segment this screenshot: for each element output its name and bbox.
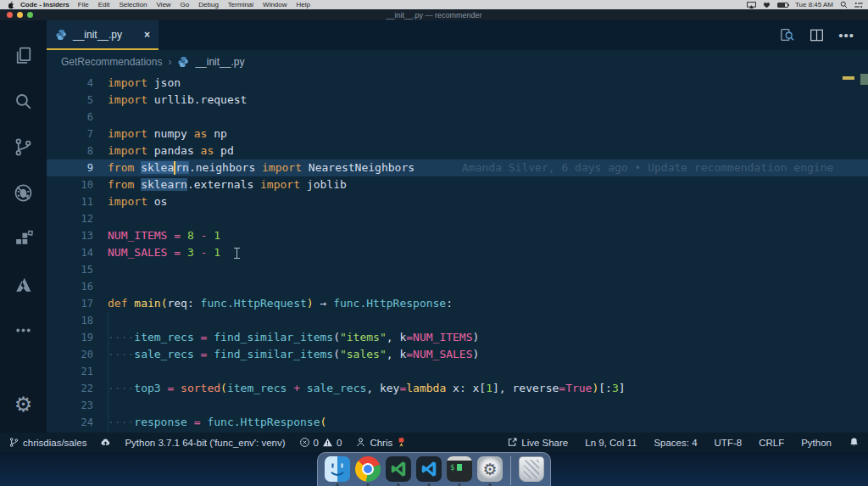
- code-line[interactable]: 9from sklearn.neighbors import NearestNe…: [47, 159, 868, 176]
- status-live-share[interactable]: Live Share: [507, 437, 568, 448]
- dock-vscode-insiders-icon[interactable]: [386, 456, 411, 482]
- close-window-button[interactable]: [7, 12, 13, 18]
- tab-close-icon[interactable]: ×: [144, 29, 150, 41]
- settings-icon[interactable]: ⚙: [0, 382, 47, 427]
- dock-trash-icon[interactable]: [519, 456, 544, 482]
- status-encoding[interactable]: UTF-8: [715, 438, 743, 448]
- search-icon[interactable]: [0, 78, 47, 124]
- code-line[interactable]: 5import urllib.request: [47, 92, 868, 109]
- code-token: np: [207, 127, 226, 140]
- code-token: .neighbors: [189, 161, 262, 174]
- control-center-icon[interactable]: [854, 2, 863, 8]
- menu-view[interactable]: View: [156, 1, 170, 8]
- menu-edit[interactable]: Edit: [98, 1, 110, 8]
- code-line[interactable]: 15: [47, 261, 868, 278]
- code-editor[interactable]: 4import json5import urllib.request67impo…: [47, 74, 868, 433]
- code-line[interactable]: 13NUM_ITEMS = 8 - 1: [47, 227, 868, 244]
- status-git-branch[interactable]: chrisdias/sales: [8, 437, 86, 448]
- code-token: :: [187, 297, 201, 310]
- dock-system-preferences-icon[interactable]: ⚙: [477, 456, 503, 482]
- code-token: main: [134, 297, 160, 310]
- code-line[interactable]: 20····sale_recs = find_similar_items("sa…: [47, 346, 868, 363]
- breadcrumb-file[interactable]: __init__.py: [195, 56, 244, 68]
- window-title-bar[interactable]: __init__.py — recommender: [0, 9, 868, 20]
- code-line[interactable]: 23: [47, 397, 868, 414]
- code-line[interactable]: 24····response = func.HttpResponse(: [47, 414, 868, 431]
- dock-vscode-icon[interactable]: [416, 456, 442, 482]
- dock-chrome-icon[interactable]: [355, 456, 381, 482]
- spotlight-search-icon[interactable]: [840, 1, 848, 8]
- code-text: NUM_SALES = 3 - 1: [93, 244, 240, 261]
- more-icon[interactable]: [0, 307, 47, 353]
- overview-ruler-cursor-marker: [843, 76, 854, 80]
- code-token: =: [559, 382, 565, 394]
- status-python-interpreter[interactable]: Python 3.7.1 64-bit ('func_env': venv): [125, 438, 285, 448]
- status-publish-changes[interactable]: [100, 437, 111, 448]
- code-line[interactable]: 4import json: [47, 75, 868, 92]
- code-line[interactable]: 8import pandas as pd: [47, 142, 868, 159]
- menu-file[interactable]: File: [78, 1, 89, 8]
- code-token: 3: [187, 246, 194, 259]
- code-line[interactable]: 18: [47, 312, 868, 329]
- code-token: func.HttpResponse: [333, 297, 446, 310]
- dock-terminal-icon[interactable]: $: [447, 456, 472, 482]
- code-line[interactable]: 19····item_recs = find_similar_items("it…: [47, 329, 868, 346]
- status-problems[interactable]: 00: [299, 437, 342, 448]
- menu-app-name[interactable]: Code - Insiders: [20, 1, 70, 8]
- code-text: NUM_ITEMS = 8 - 1: [93, 227, 220, 244]
- battery-icon[interactable]: [777, 3, 788, 8]
- code-token: response: [134, 416, 187, 428]
- source-control-icon[interactable]: [0, 124, 47, 170]
- code-line[interactable]: 6: [47, 109, 868, 126]
- status-notifications[interactable]: [849, 437, 860, 448]
- code-line[interactable]: 17def main(req: func.HttpRequest) → func…: [47, 295, 868, 312]
- breadcrumb-folder[interactable]: GetRecommendations: [61, 56, 162, 68]
- explorer-icon[interactable]: [0, 32, 47, 78]
- heart-icon[interactable]: [763, 2, 771, 8]
- code-text: [93, 278, 108, 295]
- screen-mirroring-icon[interactable]: [747, 2, 756, 8]
- more-actions-icon[interactable]: •••: [838, 28, 854, 42]
- status-live-share-account[interactable]: Chris: [355, 437, 407, 448]
- azure-icon[interactable]: [0, 261, 47, 307]
- code-token: →: [314, 297, 333, 310]
- zoom-window-button[interactable]: [27, 12, 33, 18]
- status-cursor-position[interactable]: Ln 9, Col 11: [585, 438, 637, 448]
- code-line[interactable]: 12: [47, 210, 868, 227]
- status-git-branch-label: chrisdias/sales: [23, 438, 86, 448]
- menu-help[interactable]: Help: [297, 1, 310, 8]
- menu-clock[interactable]: Tue 8:45 AM: [795, 1, 833, 8]
- error-icon: [299, 437, 310, 448]
- gitlens-blame-annotation: Amanda Silver, 6 days ago • Update recom…: [462, 159, 833, 176]
- code-line[interactable]: 11import os: [47, 193, 868, 210]
- apple-menu-icon[interactable]: [8, 1, 14, 9]
- code-line[interactable]: 16: [47, 278, 868, 295]
- menu-debug[interactable]: Debug: [198, 1, 219, 8]
- status-indentation[interactable]: Spaces: 4: [654, 438, 697, 448]
- code-token: [174, 382, 181, 394]
- code-line[interactable]: 14NUM_SALES = 3 - 1: [47, 244, 868, 261]
- open-changes-icon[interactable]: [779, 27, 795, 43]
- menu-selection[interactable]: Selection: [119, 1, 147, 8]
- menu-go[interactable]: Go: [181, 1, 190, 8]
- code-token: 1: [214, 229, 220, 242]
- code-line[interactable]: 10from sklearn.externals import joblib: [47, 176, 868, 193]
- code-line[interactable]: 21: [47, 363, 868, 380]
- extensions-icon[interactable]: [0, 215, 47, 261]
- code-line[interactable]: 7import numpy as np: [47, 126, 868, 142]
- debug-icon[interactable]: [0, 170, 47, 215]
- code-token: (: [333, 331, 340, 344]
- menu-window[interactable]: Window: [263, 1, 287, 8]
- code-token: 1: [214, 246, 220, 259]
- code-text: [93, 261, 108, 278]
- menu-terminal[interactable]: Terminal: [228, 1, 253, 8]
- split-editor-icon[interactable]: [809, 27, 825, 43]
- status-language-mode[interactable]: Python: [801, 438, 832, 448]
- code-line[interactable]: 22····top3 = sorted(item_recs + sale_rec…: [47, 380, 868, 397]
- status-end-of-line[interactable]: CRLF: [759, 438, 784, 448]
- tab-init-py[interactable]: __init__.py ×: [47, 20, 159, 50]
- breadcrumb: GetRecommendations › __init__.py: [47, 50, 868, 74]
- dock-finder-icon[interactable]: [325, 456, 350, 482]
- minimize-window-button[interactable]: [17, 12, 23, 18]
- code-token: import: [108, 127, 147, 140]
